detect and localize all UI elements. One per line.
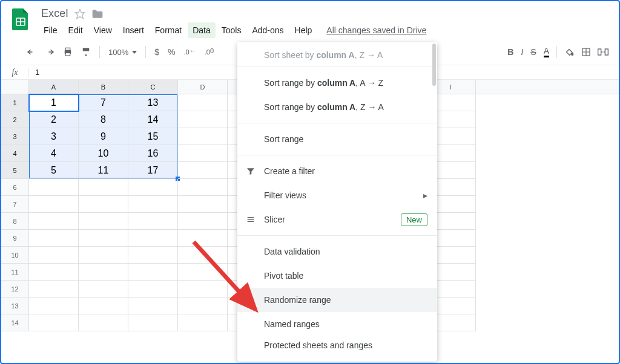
cell[interactable]: 5: [29, 162, 79, 179]
col-header-C[interactable]: C: [128, 80, 178, 94]
increase-decimal-button[interactable]: .00: [201, 44, 217, 60]
menu-format[interactable]: Format: [150, 22, 186, 38]
row-header[interactable]: 10: [1, 247, 29, 264]
cell[interactable]: [29, 281, 79, 297]
cell[interactable]: [79, 213, 128, 230]
cell[interactable]: [128, 314, 178, 331]
menu-insert[interactable]: Insert: [118, 22, 149, 38]
menu-create-filter[interactable]: Create a filter: [237, 159, 437, 183]
row-header[interactable]: 8: [1, 213, 29, 230]
row-header[interactable]: 6: [1, 179, 29, 196]
fx-value[interactable]: 1: [29, 68, 39, 77]
menu-sort-range[interactable]: Sort range: [237, 127, 437, 151]
cell[interactable]: [79, 264, 128, 281]
cell[interactable]: [29, 196, 79, 213]
cell[interactable]: 8: [79, 111, 128, 128]
cell[interactable]: [79, 179, 128, 196]
sheets-logo[interactable]: [8, 7, 33, 31]
col-header-B[interactable]: B: [79, 80, 128, 94]
cell[interactable]: [178, 145, 228, 162]
cell[interactable]: 13: [128, 94, 178, 111]
decrease-decimal-button[interactable]: .0←: [180, 44, 200, 60]
col-header-D[interactable]: D: [178, 80, 228, 94]
menu-named-ranges[interactable]: Named ranges: [237, 312, 437, 336]
cell[interactable]: [178, 281, 228, 297]
cell[interactable]: 14: [128, 111, 178, 128]
cell[interactable]: [178, 94, 228, 111]
cell[interactable]: 15: [128, 128, 178, 145]
row-header[interactable]: 7: [1, 196, 29, 213]
cell[interactable]: 9: [79, 128, 128, 145]
menu-randomize-range[interactable]: Randomize range: [237, 288, 437, 312]
cell[interactable]: [29, 213, 79, 230]
menu-data-validation[interactable]: Data validation: [237, 239, 437, 264]
cell[interactable]: [79, 314, 128, 331]
borders-button[interactable]: [578, 44, 595, 60]
star-icon[interactable]: [74, 8, 85, 19]
italic-button[interactable]: I: [517, 44, 527, 60]
strikethrough-button[interactable]: S: [527, 44, 539, 60]
menu-sort-range-za[interactable]: Sort range by column A, Z → A: [237, 95, 437, 119]
menu-addons[interactable]: Add-ons: [247, 22, 288, 38]
cell[interactable]: [29, 179, 79, 196]
row-header[interactable]: 1: [1, 94, 29, 111]
cell[interactable]: [178, 111, 228, 128]
menu-help[interactable]: Help: [290, 22, 317, 38]
row-header[interactable]: 11: [1, 264, 29, 281]
cell[interactable]: [79, 281, 128, 297]
row-header[interactable]: 14: [1, 314, 29, 331]
menu-slicer[interactable]: Slicer New: [237, 207, 437, 232]
cell[interactable]: [178, 247, 228, 264]
cell[interactable]: 2: [29, 111, 79, 128]
undo-button[interactable]: [23, 44, 40, 60]
cell[interactable]: 10: [79, 145, 128, 162]
cell[interactable]: [178, 230, 228, 247]
menu-sort-range-az[interactable]: Sort range by column A, A → Z: [237, 71, 437, 95]
menu-filter-views[interactable]: Filter views ▸: [237, 183, 437, 207]
cell[interactable]: [29, 247, 79, 264]
cell[interactable]: [29, 314, 79, 331]
fill-color-button[interactable]: [561, 44, 578, 60]
cell[interactable]: [128, 230, 178, 247]
menu-tools[interactable]: Tools: [217, 22, 246, 38]
cell[interactable]: [128, 247, 178, 264]
row-header[interactable]: 12: [1, 281, 29, 297]
cell[interactable]: 11: [79, 162, 128, 179]
cell[interactable]: [128, 297, 178, 314]
cell[interactable]: 17: [128, 162, 178, 179]
cell[interactable]: [178, 162, 228, 179]
row-header[interactable]: 3: [1, 128, 29, 145]
cell[interactable]: [178, 297, 228, 314]
bold-button[interactable]: B: [504, 44, 517, 60]
row-header[interactable]: 9: [1, 230, 29, 247]
cell[interactable]: [128, 196, 178, 213]
cell[interactable]: [178, 264, 228, 281]
zoom-select[interactable]: 100%: [105, 48, 140, 57]
cell[interactable]: [178, 128, 228, 145]
col-header-A[interactable]: A: [29, 80, 79, 94]
move-folder-icon[interactable]: [91, 8, 104, 19]
doc-title[interactable]: Excel: [41, 7, 68, 20]
cell[interactable]: 1: [29, 94, 79, 111]
menu-protected-sheets[interactable]: Protected sheets and ranges: [237, 336, 437, 354]
cell[interactable]: [178, 179, 228, 196]
select-all-corner[interactable]: [1, 80, 29, 94]
menu-data[interactable]: Data: [188, 22, 216, 38]
cell[interactable]: [29, 297, 79, 314]
percent-button[interactable]: %: [164, 44, 179, 60]
menu-file[interactable]: File: [39, 22, 62, 38]
menu-view[interactable]: View: [89, 22, 117, 38]
row-header[interactable]: 4: [1, 145, 29, 162]
cell[interactable]: 3: [29, 128, 79, 145]
cell[interactable]: 4: [29, 145, 79, 162]
cell[interactable]: [178, 213, 228, 230]
merge-cells-button[interactable]: [595, 44, 612, 60]
menu-edit[interactable]: Edit: [64, 22, 88, 38]
row-header[interactable]: 13: [1, 297, 29, 314]
paint-format-button[interactable]: [78, 44, 94, 60]
menu-pivot-table[interactable]: Pivot table: [237, 264, 437, 288]
print-button[interactable]: [59, 44, 76, 60]
cell[interactable]: [79, 297, 128, 314]
row-header[interactable]: 2: [1, 111, 29, 128]
cell[interactable]: [178, 196, 228, 213]
